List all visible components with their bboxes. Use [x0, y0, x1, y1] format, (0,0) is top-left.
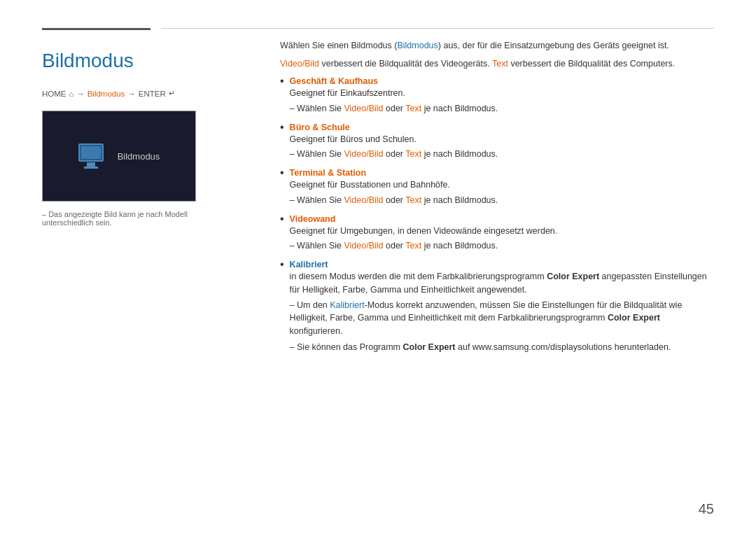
sub-list: – Wählen Sie Video/Bild oder Text je nac…: [290, 148, 714, 161]
item-title: Geschäft & Kaufhaus: [290, 76, 714, 86]
intro-line2: Video/Bild verbessert die Bildqualität d…: [280, 57, 714, 71]
image-caption: – Das angezeigte Bild kann je nach Model…: [42, 210, 238, 227]
intro-video-link: Video/Bild: [280, 59, 319, 69]
sub-video-link: Video/Bild: [344, 241, 383, 251]
sub-item: – Wählen Sie Video/Bild oder Text je nac…: [290, 239, 714, 253]
sub-video-link: Video/Bild: [344, 195, 383, 205]
breadcrumb-home: HOME: [42, 90, 66, 98]
bullet-dot: •: [280, 76, 284, 115]
sub-list: – Wählen Sie Video/Bild oder Text je nac…: [290, 102, 714, 115]
bullet-content: Videowand Geeignet für Umgebungen, in de…: [290, 214, 714, 253]
home-icon: ⌂: [69, 90, 74, 98]
list-item: • Videowand Geeignet für Umgebungen, in …: [280, 214, 714, 253]
intro-bildmodus-link: Bildmodus: [397, 41, 438, 50]
bullet-content: Terminal & Station Geeignet für Busstati…: [290, 168, 714, 207]
left-column: Bildmodus HOME ⌂ → Bildmodus → ENTER ↵: [42, 38, 238, 506]
monitor-screen-inner: [81, 146, 101, 159]
item-title-kalibriert: Kalibriert: [290, 260, 714, 269]
enter-icon: ↵: [169, 89, 175, 98]
sub-list: – Wählen Sie Video/Bild oder Text je nac…: [290, 194, 714, 207]
sub-text: – Wählen Sie Video/Bild oder Text je nac…: [290, 239, 498, 253]
intro-prefix: Wählen Sie einen Bildmodus (: [280, 41, 397, 50]
image-label: Bildmodus: [118, 151, 160, 162]
item-desc: Geeignet für Einkaufszentren.: [290, 87, 714, 100]
bullet-dot: •: [280, 213, 284, 253]
kalibriert-link: Kalibriert: [330, 300, 364, 310]
item-desc: Geeignet für Büros und Schulen.: [290, 133, 714, 146]
sub-text: – Wählen Sie Video/Bild oder Text je nac…: [290, 102, 498, 115]
monitor-screen: [78, 143, 104, 162]
intro-suffix: ) aus, der für die Einsatzumgebung des G…: [438, 41, 669, 50]
breadcrumb-arrow2: →: [127, 90, 136, 98]
sub-video-link: Video/Bild: [344, 104, 383, 113]
item-desc: in diesem Modus werden die mit dem Farbk…: [290, 270, 714, 297]
item-title: Büro & Schule: [290, 122, 714, 132]
sub-item: – Sie können das Programm Color Expert a…: [290, 341, 714, 354]
item-title: Videowand: [290, 214, 714, 224]
intro-text1: verbessert die Bildqualität des Videoger…: [319, 59, 492, 69]
bullet-dot: •: [280, 167, 284, 207]
sub-list: – Um den Kalibriert-Modus korrekt anzuwe…: [290, 299, 714, 354]
top-rule-right: [161, 28, 714, 29]
color-expert-bold: Color Expert: [547, 272, 599, 281]
sub-item: – Wählen Sie Video/Bild oder Text je nac…: [290, 102, 714, 115]
sub-text-link: Text: [405, 195, 421, 205]
sub-video-link: Video/Bild: [344, 149, 383, 159]
mode-list: • Geschäft & Kaufhaus Geeignet für Einka…: [280, 76, 714, 354]
item-title-terminal: Terminal & Station: [290, 168, 714, 178]
sub-text: – Wählen Sie Video/Bild oder Text je nac…: [290, 194, 498, 207]
top-rule-left: [42, 28, 150, 30]
bullet-content: Büro & Schule Geeignet für Büros und Sch…: [290, 122, 714, 162]
intro-text-link: Text: [492, 59, 508, 69]
sub-text: – Um den Kalibriert-Modus korrekt anzuwe…: [290, 299, 714, 338]
breadcrumb-link: Bildmodus: [88, 90, 125, 98]
sub-text: – Sie können das Programm Color Expert a…: [290, 341, 671, 354]
color-expert-bold3: Color Expert: [403, 342, 456, 352]
bullet-dot: •: [280, 122, 284, 162]
item-desc: Geeignet für Busstationen und Bahnhöfe.: [290, 178, 714, 192]
bildmodus-image-box: Bildmodus: [42, 111, 196, 202]
sub-item: – Wählen Sie Video/Bild oder Text je nac…: [290, 194, 714, 207]
list-item: • Büro & Schule Geeignet für Büros und S…: [280, 122, 714, 162]
sub-text-link: Text: [405, 104, 421, 113]
sub-list: – Wählen Sie Video/Bild oder Text je nac…: [290, 239, 714, 253]
breadcrumb: HOME ⌂ → Bildmodus → ENTER ↵: [42, 89, 238, 98]
page-number: 45: [699, 501, 714, 517]
sub-item: – Um den Kalibriert-Modus korrekt anzuwe…: [290, 299, 714, 338]
right-column: Wählen Sie einen Bildmodus (Bildmodus) a…: [280, 38, 714, 506]
bullet-content: Kalibriert in diesem Modus werden die mi…: [290, 260, 714, 354]
breadcrumb-arrow1: →: [76, 90, 85, 98]
monitor-base: [84, 167, 98, 169]
sub-item: – Wählen Sie Video/Bild oder Text je nac…: [290, 148, 714, 161]
page-title: Bildmodus: [42, 50, 238, 72]
sub-text: – Wählen Sie Video/Bild oder Text je nac…: [290, 148, 498, 161]
color-expert-bold2: Color Expert: [608, 313, 660, 323]
sub-text-link: Text: [405, 241, 421, 251]
breadcrumb-enter: ENTER: [139, 90, 166, 98]
item-desc: Geeignet für Umgebungen, in denen Videow…: [290, 225, 714, 238]
sub-text-link: Text: [405, 149, 421, 159]
list-item: • Geschäft & Kaufhaus Geeignet für Einka…: [280, 76, 714, 115]
bullet-dot: •: [280, 259, 284, 354]
monitor-icon: [78, 143, 104, 169]
intro-text2: verbessert die Bildqualität des Computer…: [508, 59, 675, 69]
list-item: • Terminal & Station Geeignet für Bussta…: [280, 168, 714, 207]
intro-line1: Wählen Sie einen Bildmodus (Bildmodus) a…: [280, 38, 714, 52]
list-item: • Kalibriert in diesem Modus werden die …: [280, 260, 714, 354]
bullet-content: Geschäft & Kaufhaus Geeignet für Einkauf…: [290, 76, 714, 115]
